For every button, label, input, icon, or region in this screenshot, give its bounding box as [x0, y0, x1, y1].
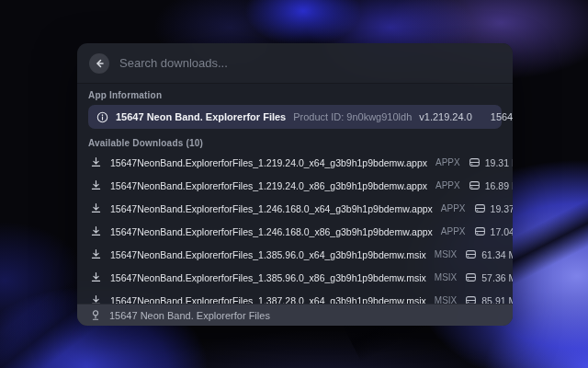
app-publisher: 15647 Neon Band: [491, 111, 513, 122]
download-filename: 15647NeonBand.ExplorerforFiles_1.387.28.…: [110, 295, 426, 305]
download-type-badge: APPX: [435, 180, 460, 190]
drive-icon: [469, 156, 481, 168]
download-icon: [90, 202, 102, 214]
download-filename: 15647NeonBand.ExplorerforFiles_1.219.24.…: [110, 180, 427, 191]
download-row[interactable]: 15647NeonBand.ExplorerforFiles_1.385.96.…: [88, 243, 502, 266]
download-row[interactable]: 15647NeonBand.ExplorerforFiles_1.219.24.…: [88, 151, 502, 174]
drive-icon: [465, 294, 477, 304]
app-info-row[interactable]: 15647 Neon Band. Explorerfor Files Produ…: [88, 105, 502, 129]
download-filename: 15647NeonBand.ExplorerforFiles_1.246.168…: [110, 226, 433, 237]
download-icon: [90, 179, 102, 191]
download-icon: [90, 248, 102, 260]
search-bar: [77, 43, 513, 84]
download-row[interactable]: 15647NeonBand.ExplorerforFiles_1.385.96.…: [88, 266, 502, 289]
info-icon: [96, 111, 108, 123]
drive-icon: [465, 248, 477, 260]
download-filename: 15647NeonBand.ExplorerforFiles_1.385.96.…: [110, 249, 426, 260]
app-version: v1.219.24.0: [419, 111, 472, 122]
download-type-badge: MSIX: [435, 249, 457, 259]
download-icon: [90, 156, 102, 168]
download-size: 85.91 MB: [481, 295, 513, 305]
download-icon: [90, 271, 102, 283]
download-type-badge: APPX: [441, 203, 466, 213]
download-type-badge: APPX: [441, 226, 466, 236]
download-size: 57.36 MB: [481, 272, 513, 283]
download-row[interactable]: 15647NeonBand.ExplorerforFiles_1.219.24.…: [88, 174, 502, 197]
downloads-list: 15647NeonBand.ExplorerforFiles_1.219.24.…: [88, 151, 502, 304]
back-arrow-icon: [94, 58, 105, 69]
download-type-badge: MSIX: [435, 295, 457, 304]
downloads-search-panel: App Information 15647 Neon Band. Explore…: [77, 43, 513, 326]
download-size: 16.89 MB: [485, 180, 513, 191]
drive-icon: [474, 225, 486, 237]
drive-icon: [474, 202, 486, 214]
download-size: 19.31 MB: [485, 157, 513, 168]
download-size: 61.34 MB: [481, 249, 513, 260]
download-row[interactable]: 15647NeonBand.ExplorerforFiles_1.246.168…: [88, 197, 502, 220]
download-icon: [90, 294, 102, 304]
download-type-badge: MSIX: [435, 272, 457, 282]
panel-footer: 15647 Neon Band. Explorerfor Files: [77, 304, 513, 326]
download-filename: 15647NeonBand.ExplorerforFiles_1.385.96.…: [110, 272, 426, 283]
app-logo-icon: [90, 309, 101, 321]
app-name: 15647 Neon Band. Explorerfor Files: [116, 111, 286, 122]
panel-content: App Information 15647 Neon Band. Explore…: [77, 84, 513, 304]
download-size: 19.37 MB: [491, 203, 513, 214]
download-row[interactable]: 15647NeonBand.ExplorerforFiles_1.387.28.…: [88, 289, 502, 304]
download-filename: 15647NeonBand.ExplorerforFiles_1.246.168…: [110, 203, 433, 214]
section-available-downloads: Available Downloads (10): [88, 137, 502, 149]
download-filename: 15647NeonBand.ExplorerforFiles_1.219.24.…: [110, 157, 427, 168]
download-icon: [90, 225, 102, 237]
drive-icon: [469, 179, 481, 191]
download-size: 17.04 MB: [491, 226, 513, 237]
footer-app-name: 15647 Neon Band. Explorerfor Files: [109, 310, 270, 321]
drive-icon: [465, 271, 477, 283]
section-app-information: App Information: [88, 89, 502, 101]
back-button[interactable]: [89, 53, 109, 74]
search-input[interactable]: [119, 56, 501, 70]
app-product-id: Product ID: 9n0kwg910ldh: [293, 111, 412, 122]
download-row[interactable]: 15647NeonBand.ExplorerforFiles_1.246.168…: [88, 220, 502, 243]
download-type-badge: APPX: [435, 157, 460, 167]
